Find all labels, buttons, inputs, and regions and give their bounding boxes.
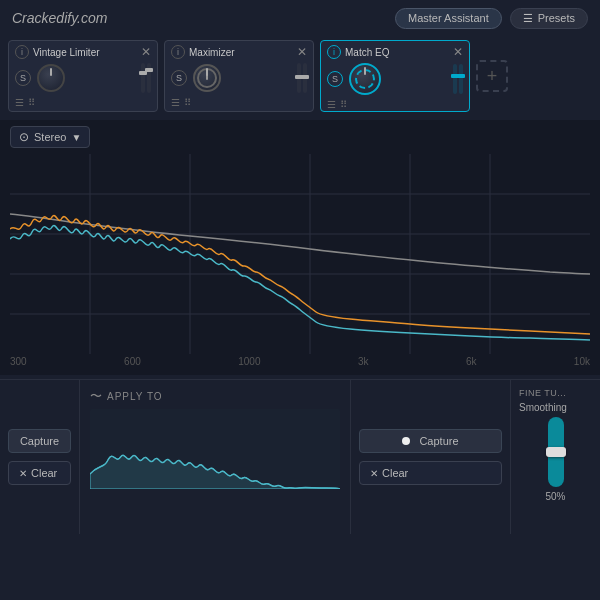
bottom-center-panel: 〜 APPLY TO: [80, 380, 350, 534]
dots-icon-2: ⠿: [184, 97, 191, 108]
bottom-left-panel: Capture ✕ Clear: [0, 380, 80, 534]
freq-10k: 10k: [574, 356, 590, 367]
clear-right-button[interactable]: ✕ Clear: [359, 461, 502, 485]
presets-button[interactable]: ☰ Presets: [510, 8, 588, 29]
stereo-icon: ⊙: [19, 130, 29, 144]
freq-1000: 1000: [238, 356, 260, 367]
s-badge-3[interactable]: S: [327, 71, 343, 87]
fader-v-2[interactable]: [147, 63, 151, 93]
lines-icon-2: ☰: [171, 97, 180, 108]
lines-icon-3: ☰: [327, 99, 336, 110]
freq-labels: 300 600 1000 3k 6k 10k: [10, 354, 590, 369]
waveform-icon: 〜: [90, 388, 103, 405]
close-maximizer-button[interactable]: ✕: [297, 45, 307, 59]
fader-match-eq: [453, 64, 463, 94]
eq-chart: [10, 154, 590, 354]
capture-dot-icon: [402, 437, 410, 445]
dots-icon-3: ⠿: [340, 99, 347, 110]
info-icon-maximizer[interactable]: i: [171, 45, 185, 59]
close-vintage-limiter-button[interactable]: ✕: [141, 45, 151, 59]
smoothing-slider-thumb: [546, 447, 566, 457]
logo: Crackedify.com: [12, 10, 107, 26]
mini-chart: [90, 409, 340, 489]
plugin-card-vintage-limiter[interactable]: i Vintage Limiter ✕ S ☰ ⠿: [8, 40, 158, 112]
clear-left-x-icon: ✕: [19, 468, 27, 479]
smoothing-value: 50%: [545, 491, 565, 502]
bottom-section: Capture ✕ Clear 〜 APPLY TO Capture ✕ Cle…: [0, 379, 600, 534]
close-match-eq-button[interactable]: ✕: [453, 45, 463, 59]
bottom-right-capture-panel: Capture ✕ Clear: [350, 380, 510, 534]
smoothing-label: Smoothing: [519, 402, 592, 413]
s-badge-1[interactable]: S: [15, 70, 31, 86]
master-assistant-button[interactable]: Master Assistant: [395, 8, 502, 29]
capture-left-button[interactable]: Capture: [8, 429, 71, 453]
lines-icon-1: ☰: [15, 97, 24, 108]
plugin-card-maximizer[interactable]: i Maximizer ✕ S ☰ ⠿: [164, 40, 314, 112]
dots-icon-1: ⠿: [28, 97, 35, 108]
info-icon-match-eq[interactable]: i: [327, 45, 341, 59]
plugin-card-match-eq[interactable]: i Match EQ ✕ S ☰ ⠿: [320, 40, 470, 112]
fine-tune-label: FINE TU...: [519, 388, 592, 398]
freq-600: 600: [124, 356, 141, 367]
fader-v-5[interactable]: [453, 64, 457, 94]
smoothing-slider-container: 50%: [519, 417, 592, 502]
freq-3k: 3k: [358, 356, 369, 367]
freq-300: 300: [10, 356, 27, 367]
presets-icon: ☰: [523, 12, 533, 25]
stereo-select[interactable]: ⊙ Stereo ▼: [10, 126, 90, 148]
top-bar-actions: Master Assistant ☰ Presets: [395, 8, 588, 29]
top-bar: Crackedify.com Master Assistant ☰ Preset…: [0, 0, 600, 36]
info-icon-vintage[interactable]: i: [15, 45, 29, 59]
capture-right-button[interactable]: Capture: [359, 429, 502, 453]
fader-v-6[interactable]: [459, 64, 463, 94]
mini-chart-svg: [90, 409, 340, 489]
fader-maximizer: [297, 63, 307, 93]
freq-6k: 6k: [466, 356, 477, 367]
knob-maximizer[interactable]: [193, 64, 221, 92]
s-badge-2[interactable]: S: [171, 70, 187, 86]
clear-right-x-icon: ✕: [370, 468, 378, 479]
smoothing-slider[interactable]: [548, 417, 564, 487]
eq-section: ⊙ Stereo ▼ 300 600 1000 3k: [0, 120, 600, 375]
clear-left-button[interactable]: ✕ Clear: [8, 461, 71, 485]
fine-tune-panel: FINE TU... Smoothing 50%: [510, 380, 600, 534]
eq-canvas: [10, 154, 590, 354]
fader-v-4[interactable]: [303, 63, 307, 93]
knob-vintage-1[interactable]: [37, 64, 65, 92]
add-plugin-button[interactable]: +: [476, 60, 508, 92]
chevron-down-icon: ▼: [71, 132, 81, 143]
plugins-strip: i Vintage Limiter ✕ S ☰ ⠿ i Maximizer ✕: [0, 36, 600, 116]
knob-match-eq[interactable]: [349, 63, 381, 95]
fader-vintage: [141, 63, 151, 93]
